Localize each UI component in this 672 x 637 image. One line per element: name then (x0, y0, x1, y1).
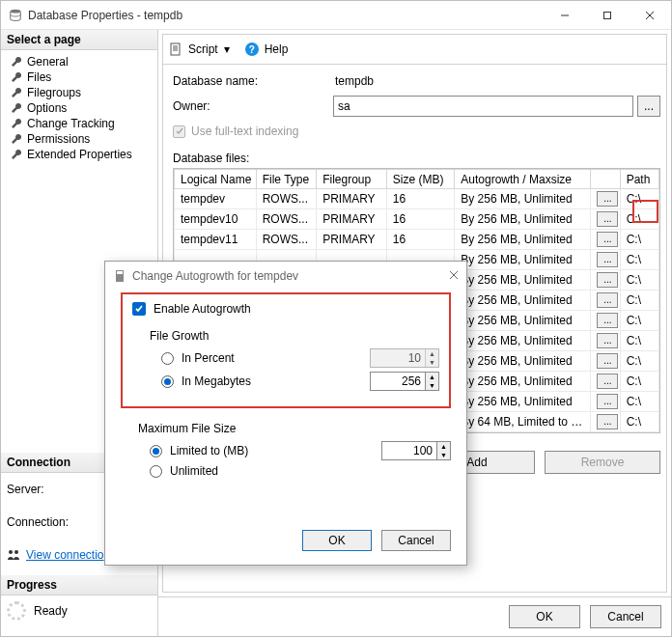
table-cell: ROWS... (256, 209, 316, 230)
table-cell: 16 (386, 189, 455, 209)
autogrowth-edit-button[interactable]: ... (597, 292, 618, 308)
limited-input[interactable]: 100 ▲▼ (381, 441, 451, 460)
column-header[interactable]: Logical Name (175, 170, 257, 189)
autogrowth-edit-button[interactable]: ... (597, 252, 618, 267)
svg-rect-2 (604, 12, 611, 18)
column-header[interactable]: File Type (256, 170, 316, 189)
table-cell: ROWS... (256, 189, 316, 209)
cancel-button[interactable]: Cancel (590, 605, 661, 628)
table-cell: C:\ (620, 331, 658, 351)
table-cell: C:\ (620, 372, 658, 392)
table-cell: PRIMARY (317, 209, 387, 230)
dbname-label: Database name: (173, 74, 333, 88)
column-header[interactable]: Path (620, 170, 658, 189)
fulltext-label: Use full-text indexing (191, 125, 298, 138)
autogrowth-edit-button[interactable]: ... (597, 272, 618, 288)
table-cell: tempdev (175, 189, 257, 209)
limited-spin-up[interactable]: ▲ (436, 442, 450, 451)
table-row[interactable]: tempdev10ROWS...PRIMARY16By 256 MB, Unli… (175, 209, 659, 230)
sidebar-item-filegroups[interactable]: Filegroups (5, 85, 154, 100)
owner-browse-button[interactable]: ... (637, 96, 660, 117)
mb-spin-down[interactable]: ▼ (425, 381, 438, 390)
sidebar-item-general[interactable]: General (5, 54, 154, 69)
column-header[interactable]: Filegroup (317, 170, 387, 189)
dialog-cancel-button[interactable]: Cancel (381, 530, 451, 551)
enable-autogrowth-label: Enable Autogrowth (154, 302, 251, 316)
column-header[interactable]: Size (MB) (386, 170, 455, 189)
column-header[interactable] (591, 170, 620, 189)
autogrowth-edit-button[interactable]: ... (597, 191, 618, 207)
wrench-icon (11, 56, 22, 68)
table-cell: By 256 MB, Unlimited (455, 270, 591, 291)
sidebar-item-options[interactable]: Options (5, 100, 154, 116)
view-connection-link[interactable]: View connectio (26, 548, 104, 562)
autogrowth-edit-button[interactable]: ... (597, 353, 618, 369)
in-percent-radio[interactable] (161, 352, 174, 365)
enable-autogrowth-checkbox[interactable]: Enable Autogrowth (132, 302, 439, 316)
dialog-icon (113, 269, 126, 283)
table-cell: By 256 MB, Unlimited (455, 189, 591, 209)
sidebar-item-change-tracking[interactable]: Change Tracking (5, 116, 154, 131)
sidebar-item-files[interactable]: Files (5, 69, 154, 85)
dialog-close-button[interactable] (449, 269, 459, 283)
megabytes-input[interactable]: 256 ▲▼ (370, 372, 439, 391)
svg-point-5 (9, 550, 13, 554)
help-button[interactable]: Help (265, 42, 289, 56)
connection-icon (7, 549, 22, 561)
progress-header: Progress (1, 575, 157, 595)
in-megabytes-radio[interactable] (161, 375, 174, 388)
dialog-ok-button[interactable]: OK (302, 530, 372, 551)
mb-spin-up[interactable]: ▲ (425, 373, 438, 381)
unlimited-label: Unlimited (170, 464, 218, 478)
sidebar-item-label: Options (27, 101, 67, 115)
wrench-icon (11, 118, 22, 129)
in-megabytes-label: In Megabytes (182, 374, 370, 388)
remove-button: Remove (545, 451, 660, 474)
wrench-icon (11, 149, 22, 160)
limited-spin-down[interactable]: ▼ (436, 451, 450, 459)
progress-status: Ready (34, 604, 68, 618)
unlimited-radio[interactable] (150, 465, 162, 478)
ok-button[interactable]: OK (509, 605, 580, 628)
script-button[interactable]: Script (188, 42, 218, 56)
sidebar-item-permissions[interactable]: Permissions (5, 131, 154, 147)
autogrowth-edit-button[interactable]: ... (597, 333, 618, 348)
table-cell: 16 (386, 230, 455, 250)
table-cell: 16 (386, 209, 455, 230)
table-row[interactable]: tempdev11ROWS...PRIMARY16By 256 MB, Unli… (175, 230, 659, 250)
wrench-icon (11, 87, 22, 98)
table-cell: C:\ (620, 189, 658, 209)
autogrowth-edit-button[interactable]: ... (597, 313, 618, 328)
table-cell: By 256 MB, Unlimited (455, 209, 591, 230)
table-cell: By 256 MB, Unlimited (455, 351, 591, 372)
table-cell: C:\ (620, 270, 658, 291)
table-cell: PRIMARY (317, 230, 387, 250)
wrench-icon (11, 71, 22, 83)
table-cell: tempdev11 (175, 230, 257, 250)
table-cell: PRIMARY (317, 189, 387, 209)
table-cell: By 256 MB, Unlimited (455, 250, 591, 270)
owner-input[interactable] (333, 96, 633, 117)
autogrowth-edit-button[interactable]: ... (597, 374, 618, 389)
script-icon (169, 42, 182, 56)
in-percent-label: In Percent (182, 351, 370, 365)
table-cell: By 64 MB, Limited to 2... (455, 412, 591, 432)
autogrowth-edit-button[interactable]: ... (597, 394, 618, 409)
maximize-button[interactable] (586, 1, 629, 30)
minimize-button[interactable] (544, 1, 586, 30)
script-dropdown[interactable]: ▾ (224, 42, 230, 56)
table-cell: C:\ (620, 412, 658, 432)
wrench-icon (11, 102, 22, 114)
close-button[interactable] (629, 1, 671, 30)
autogrowth-edit-button[interactable]: ... (597, 211, 618, 227)
percent-input: 10 ▲▼ (370, 348, 439, 368)
table-cell: C:\ (620, 230, 658, 250)
svg-rect-7 (171, 43, 180, 55)
autogrowth-edit-button[interactable]: ... (597, 414, 618, 429)
table-cell: By 256 MB, Unlimited (455, 311, 591, 331)
table-row[interactable]: tempdevROWS...PRIMARY16By 256 MB, Unlimi… (175, 189, 659, 209)
column-header[interactable]: Autogrowth / Maxsize (455, 170, 591, 189)
autogrowth-edit-button[interactable]: ... (597, 232, 618, 247)
sidebar-item-extended-properties[interactable]: Extended Properties (5, 147, 154, 162)
limited-radio[interactable] (150, 445, 162, 457)
